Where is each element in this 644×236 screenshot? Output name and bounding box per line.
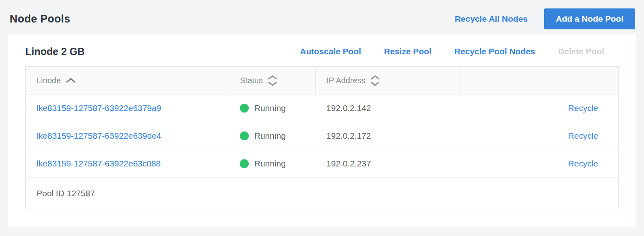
column-header-actions bbox=[460, 67, 618, 94]
node-action-cell: Recycle bbox=[460, 94, 618, 122]
status-running-icon bbox=[240, 159, 249, 168]
node-status-cell: Running bbox=[229, 150, 316, 178]
status-text: Running bbox=[254, 103, 286, 113]
column-header-ip-address[interactable]: IP Address bbox=[316, 67, 460, 94]
status-running-icon bbox=[240, 104, 249, 113]
recycle-node-link[interactable]: Recycle bbox=[568, 131, 598, 140]
status-text: Running bbox=[254, 159, 286, 168]
recycle-node-link[interactable]: Recycle bbox=[568, 159, 598, 168]
page-header: Node Pools Recycle All Nodes Add a Node … bbox=[0, 0, 644, 30]
node-link[interactable]: lke83159-127587-63922e6379a9 bbox=[37, 103, 161, 113]
status-text: Running bbox=[254, 131, 286, 141]
add-node-pool-button[interactable]: Add a Node Pool bbox=[544, 8, 635, 29]
node-ip-cell: 192.0.2.142 bbox=[316, 94, 460, 122]
table-row: lke83159-127587-63922e63c088 Running 192… bbox=[26, 150, 619, 178]
sort-asc-icon bbox=[66, 78, 76, 83]
recycle-node-link[interactable]: Recycle bbox=[568, 103, 598, 113]
node-table: Linode Status bbox=[25, 66, 619, 209]
page-header-actions: Recycle All Nodes Add a Node Pool bbox=[455, 8, 635, 29]
node-action-cell: Recycle bbox=[460, 150, 618, 178]
table-row: lke83159-127587-63922e639de4 Running 192… bbox=[26, 122, 619, 150]
sort-both-icon bbox=[370, 75, 380, 86]
page-title: Node Pools bbox=[10, 13, 70, 25]
node-status-cell: Running bbox=[229, 94, 316, 122]
node-link[interactable]: lke83159-127587-63922e639de4 bbox=[37, 131, 161, 140]
pool-actions: Autoscale Pool Resize Pool Recycle Pool … bbox=[300, 47, 619, 56]
pool-title: Linode 2 GB bbox=[25, 46, 85, 57]
recycle-pool-nodes-link[interactable]: Recycle Pool Nodes bbox=[454, 47, 535, 56]
recycle-all-nodes-link[interactable]: Recycle All Nodes bbox=[455, 14, 528, 24]
sort-both-icon bbox=[268, 75, 277, 86]
table-row: lke83159-127587-63922e6379a9 Running 192… bbox=[26, 94, 619, 122]
column-header-linode[interactable]: Linode bbox=[26, 67, 229, 94]
resize-pool-link[interactable]: Resize Pool bbox=[384, 47, 431, 56]
status-running-icon bbox=[240, 131, 249, 140]
node-label-cell: lke83159-127587-63922e63c088 bbox=[26, 150, 229, 178]
column-header-status-label: Status bbox=[240, 76, 263, 85]
column-header-status[interactable]: Status bbox=[229, 67, 316, 94]
column-header-linode-label: Linode bbox=[37, 76, 61, 85]
node-status-cell: Running bbox=[229, 122, 316, 150]
node-label-cell: lke83159-127587-63922e6379a9 bbox=[26, 94, 229, 122]
node-label-cell: lke83159-127587-63922e639de4 bbox=[26, 122, 229, 150]
table-header-row: Linode Status bbox=[26, 67, 619, 94]
pool-id-row: Pool ID 127587 bbox=[26, 178, 619, 209]
node-link[interactable]: lke83159-127587-63922e63c088 bbox=[37, 159, 161, 168]
column-header-ip-address-label: IP Address bbox=[326, 76, 365, 85]
pool-card-header: Linode 2 GB Autoscale Pool Resize Pool R… bbox=[25, 34, 619, 66]
node-ip-cell: 192.0.2.237 bbox=[316, 150, 460, 178]
delete-pool-link[interactable]: Delete Pool bbox=[558, 47, 604, 56]
autoscale-pool-link[interactable]: Autoscale Pool bbox=[300, 47, 361, 56]
node-action-cell: Recycle bbox=[460, 122, 618, 150]
node-pool-card: Linode 2 GB Autoscale Pool Resize Pool R… bbox=[8, 34, 636, 227]
pool-id-text: Pool ID 127587 bbox=[26, 178, 619, 209]
node-ip-cell: 192.0.2.172 bbox=[316, 122, 460, 150]
